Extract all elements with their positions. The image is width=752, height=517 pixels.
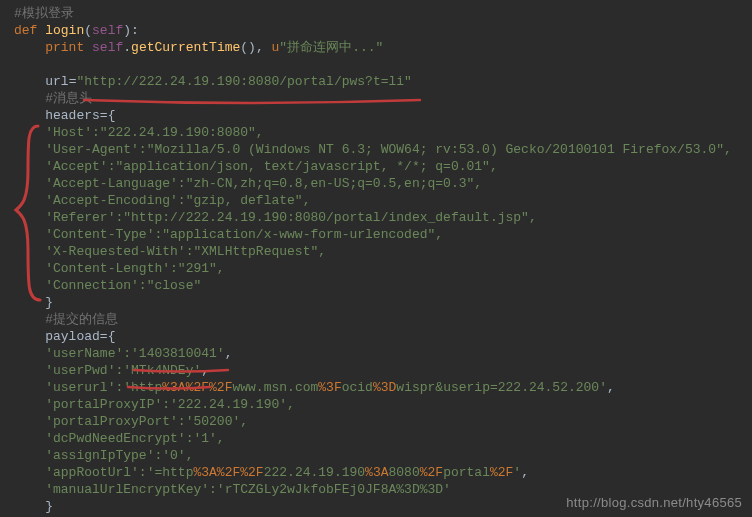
pl-proxyport: 'portalProxyPort':'50200',	[45, 414, 248, 429]
fn-login: login	[45, 23, 84, 38]
pl-dcpwd: 'dcPwdNeedEncrypt':'1',	[45, 431, 224, 446]
self-1: self	[92, 23, 123, 38]
hdr-accept: 'Accept':"application/json, text/javascr…	[45, 159, 497, 174]
code-block: #模拟登录 def login(self): print self.getCur…	[14, 5, 752, 515]
kw-print: print	[45, 40, 84, 55]
pl-userurl-k: 'userurl':	[45, 380, 123, 395]
hdr-ua: 'User-Agent':"Mozilla/5.0 (Windows NT 6.…	[45, 142, 732, 157]
var-headers: headers	[45, 108, 100, 123]
hdr-acclang: 'Accept-Language':"zh-CN,zh;q=0.8,en-US;…	[45, 176, 482, 191]
str-conn: "拼命连网中..."	[279, 40, 383, 55]
hdr-xreq: 'X-Requested-With':"XMLHttpRequest",	[45, 244, 326, 259]
comment-headers: #消息头	[45, 91, 92, 106]
hdr-clen: 'Content-Length':"291",	[45, 261, 224, 276]
pl-userpwd-v: 'MTk4NDEy'	[123, 363, 201, 378]
comment-payload: #提交的信息	[45, 312, 118, 327]
pl-username-v: '1403810041'	[131, 346, 225, 361]
fn-gct: getCurrentTime	[131, 40, 240, 55]
pl-assignip: 'assignIpType':'0',	[45, 448, 193, 463]
var-url: url	[45, 74, 68, 89]
pl-proxyip: 'portalProxyIP':'222.24.19.190',	[45, 397, 295, 412]
pl-manualkey: 'manualUrlEncryptKey':'rTCZGLy2wJkfobFEj…	[45, 482, 451, 497]
str-url: "http://222.24.19.190:8080/portal/pws?t=…	[76, 74, 411, 89]
hdr-accenc: 'Accept-Encoding':"gzip, deflate",	[45, 193, 310, 208]
self-2: self	[92, 40, 123, 55]
kw-def: def	[14, 23, 37, 38]
comment-login: #模拟登录	[14, 6, 74, 21]
pl-userpwd-k: 'userPwd':	[45, 363, 123, 378]
hdr-conn: 'Connection':"close"	[45, 278, 201, 293]
hdr-ct: 'Content-Type':"application/x-www-form-u…	[45, 227, 443, 242]
pl-username-k: 'userName':	[45, 346, 131, 361]
watermark: http://blog.csdn.net/hty46565	[566, 494, 742, 511]
hdr-referer: 'Referer':"http://222.24.19.190:8080/por…	[45, 210, 536, 225]
hdr-host: 'Host':"222.24.19.190:8080",	[45, 125, 263, 140]
var-payload: payload	[45, 329, 100, 344]
pl-approot-k: 'appRootUrl':	[45, 465, 146, 480]
